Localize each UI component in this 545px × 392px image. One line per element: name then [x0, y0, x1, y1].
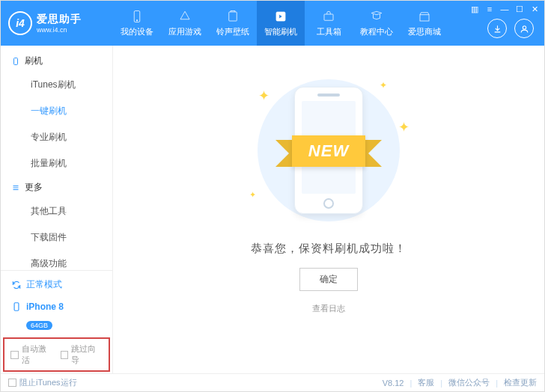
flash-icon	[273, 9, 288, 24]
phone-outline-icon	[11, 57, 20, 66]
footer-link-update[interactable]: 检查更新	[504, 377, 537, 388]
version-label: V8.12	[383, 379, 404, 388]
nav-mall[interactable]: 爱思商城	[401, 1, 448, 46]
close-button[interactable]: ✕	[529, 4, 540, 14]
auto-activate-checkbox[interactable]: 自动激活	[10, 343, 53, 366]
bottom-options: 自动激活 跳过向导	[3, 337, 110, 372]
svg-point-1	[136, 20, 138, 22]
svg-rect-8	[14, 303, 19, 311]
device-area: 正常模式 iPhone 8 64GB 自动激活 跳过向导	[1, 270, 112, 373]
success-text: 恭喜您，保资料刷机成功啦！	[251, 242, 407, 256]
sidebar-item-batch[interactable]: 批量刷机	[1, 150, 112, 177]
storage-badge: 64GB	[26, 321, 52, 330]
svg-rect-7	[14, 58, 18, 64]
nav-label: 爱思商城	[408, 26, 441, 37]
mode-label: 正常模式	[26, 278, 62, 291]
nav-flash[interactable]: 智能刷机	[257, 1, 305, 46]
sidebar-item-other[interactable]: 其他工具	[1, 198, 112, 224]
refresh-icon	[11, 280, 22, 290]
svg-rect-2	[229, 12, 237, 21]
skin-button[interactable]: ▥	[469, 4, 480, 14]
phone-icon	[130, 9, 144, 24]
footer-link-wechat[interactable]: 微信公众号	[448, 377, 490, 388]
sidebar-item-advanced[interactable]: 高级功能	[1, 251, 112, 270]
device-name: iPhone 8	[26, 301, 64, 312]
sparkle-icon: ✦	[380, 80, 387, 91]
new-ribbon: NEW	[292, 135, 365, 167]
toolbox-icon	[321, 9, 336, 24]
sidebar-item-firmware[interactable]: 下载固件	[1, 224, 112, 251]
skip-guide-checkbox[interactable]: 跳过向导	[61, 343, 103, 366]
nav-label: 应用游戏	[168, 26, 201, 37]
apps-icon	[177, 9, 192, 24]
sidebar-item-pro[interactable]: 专业刷机	[1, 124, 112, 150]
nav-label: 智能刷机	[264, 26, 297, 37]
brand-name: 爱思助手	[37, 13, 82, 26]
svg-rect-4	[324, 14, 333, 20]
nav-label: 工具箱	[317, 26, 341, 37]
header: i4 爱思助手 www.i4.cn 我的设备 应用游戏 铃声壁纸 智能刷机	[1, 1, 544, 46]
main-panel: ✦ ✦ ✦ ✦ NEW 恭喜您，保资料刷机成功啦！ 确定 查看日志	[113, 46, 544, 373]
body: 刷机 iTunes刷机 一键刷机 专业刷机 批量刷机 更多 其他工具 下载固件 …	[1, 46, 544, 373]
section-head-more: 更多	[1, 177, 112, 198]
header-right	[487, 19, 534, 38]
ok-button[interactable]: 确定	[299, 268, 358, 291]
menu-lines-icon	[11, 183, 20, 192]
section-title: 刷机	[25, 55, 43, 67]
minimize-button[interactable]: —	[499, 4, 510, 14]
logo-block: i4 爱思助手 www.i4.cn	[1, 11, 113, 35]
nav-apps[interactable]: 应用游戏	[161, 1, 209, 46]
menu-button[interactable]: ≡	[484, 4, 495, 14]
sidebar: 刷机 iTunes刷机 一键刷机 专业刷机 批量刷机 更多 其他工具 下载固件 …	[1, 46, 113, 373]
brand-site: www.i4.cn	[37, 26, 82, 34]
block-itunes-checkbox[interactable]: 阻止iTunes运行	[8, 377, 77, 388]
top-nav: 我的设备 应用游戏 铃声壁纸 智能刷机 工具箱 教程中心	[113, 1, 448, 46]
section-head-flash: 刷机	[1, 50, 112, 72]
brand-text: 爱思助手 www.i4.cn	[37, 13, 82, 34]
footer-right: V8.12 | 客服 | 微信公众号 | 检查更新	[383, 377, 537, 388]
app-window: i4 爱思助手 www.i4.cn 我的设备 应用游戏 铃声壁纸 智能刷机	[0, 0, 545, 392]
footer-link-support[interactable]: 客服	[418, 377, 434, 388]
device-row[interactable]: iPhone 8	[1, 298, 112, 319]
nav-label: 我的设备	[121, 26, 153, 37]
maximize-button[interactable]: ☐	[514, 4, 525, 14]
svg-point-6	[523, 25, 526, 28]
sidebar-item-itunes[interactable]: iTunes刷机	[1, 72, 112, 98]
nav-ring[interactable]: 铃声壁纸	[209, 1, 257, 46]
footer: 阻止iTunes运行 V8.12 | 客服 | 微信公众号 | 检查更新	[1, 373, 544, 391]
nav-label: 铃声壁纸	[216, 26, 249, 37]
music-icon	[225, 9, 240, 24]
sidebar-item-onekey[interactable]: 一键刷机	[1, 98, 112, 124]
svg-rect-5	[420, 15, 429, 21]
nav-tools[interactable]: 工具箱	[305, 1, 353, 46]
sparkle-icon: ✦	[258, 88, 270, 104]
nav-tutorial[interactable]: 教程中心	[353, 1, 401, 46]
book-icon	[369, 9, 384, 24]
ribbon-text: NEW	[292, 135, 365, 167]
section-title: 更多	[25, 181, 43, 194]
nav-device[interactable]: 我的设备	[113, 1, 161, 46]
sparkle-icon: ✦	[249, 190, 256, 200]
download-button[interactable]	[487, 19, 507, 38]
view-log-link[interactable]: 查看日志	[312, 303, 345, 314]
window-controls: ▥ ≡ — ☐ ✕	[469, 4, 540, 14]
logo-icon: i4	[8, 11, 32, 35]
user-button[interactable]	[514, 19, 534, 38]
mode-row[interactable]: 正常模式	[1, 271, 112, 298]
success-illustration: ✦ ✦ ✦ ✦ NEW	[239, 76, 418, 225]
device-phone-icon	[11, 301, 22, 312]
sparkle-icon: ✦	[398, 119, 409, 135]
nav-label: 教程中心	[360, 26, 393, 37]
shop-icon	[417, 9, 432, 24]
sidebar-scroll: 刷机 iTunes刷机 一键刷机 专业刷机 批量刷机 更多 其他工具 下载固件 …	[1, 46, 112, 270]
